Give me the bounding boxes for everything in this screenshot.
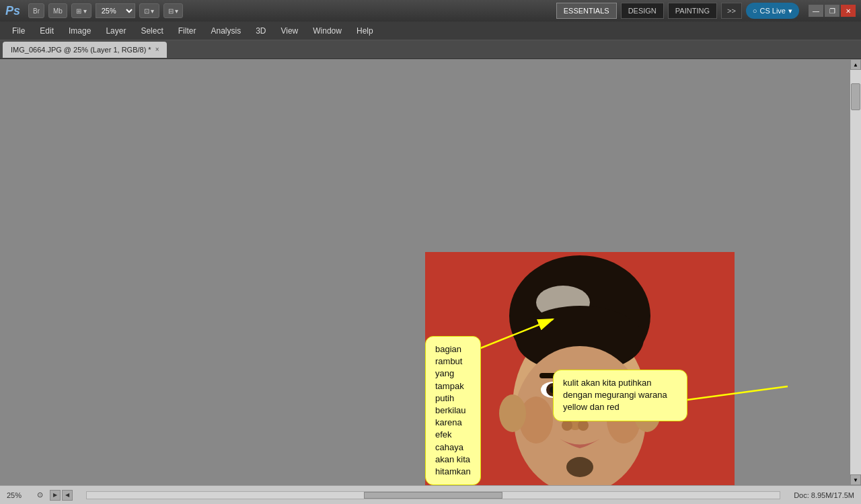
status-nav[interactable]: ▶ ◀ (50, 490, 73, 501)
vertical-scrollbar[interactable]: ▲ ▼ (850, 59, 861, 485)
title-bar: Ps Br Mb ⊞ ▾ 25% 50% 100% ⊡ ▾ ⊟ ▾ ESSENT… (0, 0, 861, 22)
view-layout-btn[interactable]: ⊡ ▾ (139, 3, 159, 18)
nav-prev-btn[interactable]: ▶ (50, 490, 61, 501)
doc-info: Doc: 8.95M/17.5M (794, 491, 854, 499)
scroll-down-btn[interactable]: ▼ (850, 474, 861, 485)
cslive-dropdown-icon: ▾ (788, 7, 792, 15)
svg-point-18 (566, 457, 593, 477)
svg-point-16 (562, 420, 572, 431)
annotation-svg (166, 252, 850, 485)
status-scroll-thumb[interactable] (364, 492, 502, 499)
cslive-icon: ○ (753, 7, 757, 15)
menu-select[interactable]: Select (134, 24, 170, 38)
scroll-track[interactable] (850, 70, 861, 474)
annotation-skin-text: kulit akan kita putihkan dengan megurang… (563, 378, 667, 412)
design-workspace-btn[interactable]: DESIGN (621, 3, 664, 19)
minibrige-button[interactable]: Mb (48, 3, 67, 18)
annotation-skin: kulit akan kita putihkan dengan megurang… (553, 370, 687, 421)
svg-point-17 (578, 420, 589, 431)
menu-analysis[interactable]: Analysis (204, 24, 248, 38)
nav-scroll-left[interactable]: ◀ (62, 490, 73, 501)
svg-point-21 (499, 394, 526, 432)
menu-3d[interactable]: 3D (249, 24, 272, 38)
status-zoom: 25% (7, 491, 30, 499)
view-toggle[interactable]: ⊞ ▾ (71, 3, 91, 18)
tab-bar: IMG_0664.JPG @ 25% (Layer 1, RGB/8) * × (0, 40, 861, 59)
maximize-button[interactable]: ❐ (825, 5, 839, 17)
annotation-skin-box: kulit akan kita putihkan dengan megurang… (553, 370, 687, 421)
menu-bar: File Edit Image Layer Select Filter Anal… (0, 22, 861, 40)
more-workspaces-btn[interactable]: >> (721, 3, 742, 19)
menu-help[interactable]: Help (350, 24, 380, 38)
bridge-button[interactable]: Br (28, 3, 44, 18)
menu-edit[interactable]: Edit (33, 24, 61, 38)
menu-image[interactable]: Image (62, 24, 98, 38)
menu-layer[interactable]: Layer (99, 24, 133, 38)
main-area: bagian rambut yang tampak putih berkilau… (0, 59, 861, 485)
annotation-hair-text: bagian rambut yang tampak putih berkilau… (435, 344, 471, 476)
status-scrollbar[interactable] (86, 491, 780, 499)
screen-mode-btn[interactable]: ⊟ ▾ (163, 3, 184, 18)
essentials-workspace-btn[interactable]: ESSENTIALS (556, 3, 617, 19)
menu-file[interactable]: File (5, 24, 32, 38)
annotation-hair: bagian rambut yang tampak putih berkilau… (425, 336, 481, 485)
cslive-btn[interactable]: ○ CS Live ▾ (746, 3, 799, 19)
status-bar: 25% ⊙ ▶ ◀ Doc: 8.95M/17.5M (0, 485, 861, 504)
close-button[interactable]: ✕ (841, 5, 856, 17)
tab-close-btn[interactable]: × (155, 46, 159, 53)
document-tab[interactable]: IMG_0664.JPG @ 25% (Layer 1, RGB/8) * × (3, 42, 167, 58)
scroll-thumb[interactable] (851, 83, 860, 110)
painting-workspace-btn[interactable]: PAINTING (668, 3, 717, 19)
scroll-up-btn[interactable]: ▲ (850, 59, 861, 70)
menu-filter[interactable]: Filter (172, 24, 203, 38)
minimize-button[interactable]: — (809, 5, 823, 17)
menu-view[interactable]: View (274, 24, 305, 38)
tab-label: IMG_0664.JPG @ 25% (Layer 1, RGB/8) * (11, 46, 151, 54)
status-icon: ⊙ (37, 491, 43, 499)
annotation-hair-box: bagian rambut yang tampak putih berkilau… (425, 336, 481, 485)
ps-logo: Ps (5, 4, 20, 18)
zoom-dropdown[interactable]: 25% 50% 100% (96, 3, 135, 18)
menu-window[interactable]: Window (306, 24, 348, 38)
window-controls: — ❐ ✕ (809, 5, 856, 17)
canvas-area[interactable]: bagian rambut yang tampak putih berkilau… (0, 59, 850, 485)
